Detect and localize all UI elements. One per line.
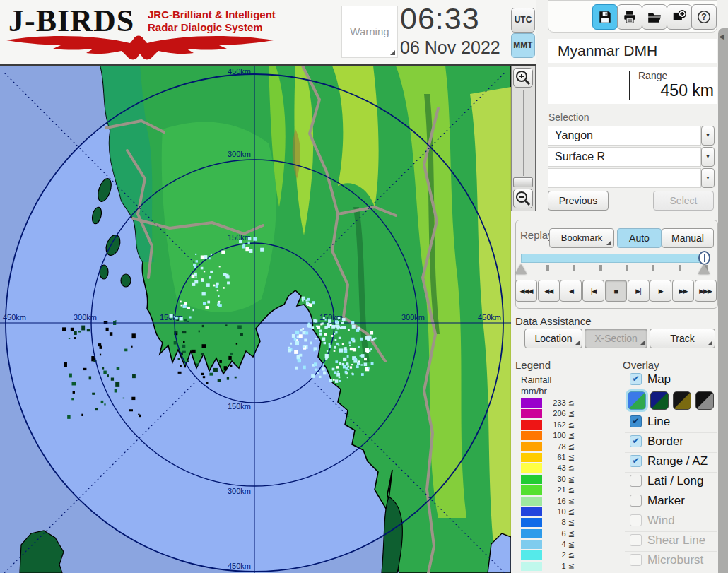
legend-value: 6 ≦: [544, 529, 575, 538]
legend-row: 100 ≦: [521, 430, 585, 441]
legend-row: 233 ≦: [521, 398, 585, 408]
playback-forward-button[interactable]: ▶▶: [672, 280, 694, 302]
legend-row: 6 ≦: [521, 528, 585, 539]
replay-slider-track[interactable]: [521, 254, 706, 263]
legend-scale: 233 ≦206 ≦162 ≦100 ≦78 ≦61 ≦43 ≦30 ≦21 ≦…: [521, 398, 585, 572]
panel-scroll-rail[interactable]: [718, 28, 728, 573]
overlay-label: Overlay: [623, 359, 659, 371]
legend-row: 4 ≦: [521, 539, 585, 550]
map-style-swatch-3[interactable]: [673, 391, 691, 410]
track-button[interactable]: Track: [650, 329, 715, 348]
playback-play-reverse-button[interactable]: ◀: [560, 280, 582, 302]
checkbox-line[interactable]: ✔: [630, 415, 642, 427]
add-image-button[interactable]: [667, 4, 692, 30]
overlay-item-lati-long[interactable]: Lati / Long: [625, 473, 718, 492]
playback-stop-button[interactable]: ■: [605, 280, 627, 302]
logo-tagline-1: JRC-Brilliant & Intelligent: [148, 8, 276, 20]
legend-color-swatch: [521, 507, 542, 516]
help-icon: ?: [696, 9, 712, 25]
jbirds-app-window: J-BIRDS JRC-Brilliant & Intelligent Rada…: [0, 0, 728, 573]
checkbox-map[interactable]: ✔: [630, 373, 642, 385]
checkbox-microburst[interactable]: [630, 554, 642, 566]
checkbox-border[interactable]: ✔: [630, 435, 642, 447]
legend-title-2: mm/hr: [521, 386, 547, 396]
replay-range-marker-start[interactable]: [515, 264, 527, 274]
legend-color-swatch: [521, 475, 542, 484]
playback-rewind-button[interactable]: ◀◀: [538, 280, 560, 302]
bookmark-button[interactable]: Bookmark: [549, 228, 614, 248]
playback-play-button[interactable]: ▶: [650, 280, 671, 302]
zoom-in-button[interactable]: [513, 68, 533, 88]
open-folder-button[interactable]: [642, 4, 667, 30]
overlay-item-microburst[interactable]: Microburst: [625, 552, 718, 571]
location-button[interactable]: Location: [524, 329, 582, 348]
playback-forward-fast-button[interactable]: ▶▶▶: [695, 280, 717, 302]
dropdown-site-arrow[interactable]: ▼: [701, 126, 715, 146]
playback-rewind-fast-button[interactable]: ◀◀◀: [515, 280, 537, 302]
overlay-item-marker[interactable]: Marker: [625, 492, 718, 512]
checkbox-marker[interactable]: [630, 495, 642, 507]
ring-label: 450km: [478, 313, 501, 321]
legend-value: 10 ≦: [544, 507, 575, 516]
print-button[interactable]: [617, 4, 642, 30]
manual-button[interactable]: Manual: [662, 228, 714, 248]
checkbox-range-az[interactable]: ✔: [630, 455, 642, 467]
save-button[interactable]: [592, 4, 618, 30]
zoom-out-button[interactable]: [513, 189, 533, 208]
legend-value: 4 ≦: [544, 540, 575, 549]
dropdown-option[interactable]: [548, 168, 701, 188]
help-button[interactable]: ?: [691, 4, 717, 30]
previous-button[interactable]: Previous: [548, 191, 609, 211]
overlay-item-map[interactable]: ✔Map: [625, 371, 718, 390]
playback-step-first-button[interactable]: |◀: [582, 280, 604, 302]
panel-collapse-arrow-icon[interactable]: ◀: [719, 33, 724, 40]
eagle-logo-icon: [4, 33, 277, 61]
zoom-slider-track[interactable]: [523, 90, 524, 176]
replay-slider-handle[interactable]: [698, 251, 710, 265]
legend-value: 61 ≦: [544, 453, 575, 462]
legend-row: 78 ≦: [521, 442, 585, 452]
map-top-border: [0, 64, 536, 66]
zoom-slider-handle[interactable]: [513, 177, 533, 187]
replay-tick: [546, 265, 549, 271]
select-button[interactable]: Select: [653, 191, 714, 211]
map-style-swatch-2[interactable]: [650, 391, 669, 410]
x-section-button[interactable]: X-Section: [585, 329, 647, 348]
overlay-item-label: Wind: [647, 514, 675, 528]
map-style-swatch-4[interactable]: [695, 391, 714, 410]
dropdown-option-arrow[interactable]: ▼: [701, 168, 715, 188]
radar-map[interactable]: 450km300km150km150km300km450km450km300km…: [0, 66, 511, 573]
overlay-item-label: Lati / Long: [647, 474, 703, 488]
legend-value: 8 ≦: [544, 518, 575, 527]
legend-row: 21 ≦: [521, 485, 585, 495]
dropdown-site[interactable]: Yangon: [548, 126, 701, 146]
overlay-item-range-az[interactable]: ✔Range / AZ: [625, 453, 718, 472]
overlay-item-border[interactable]: ✔Border: [625, 433, 718, 452]
clock-time: 06:33: [400, 1, 480, 36]
warning-button[interactable]: Warning: [341, 6, 398, 58]
terrain-central-plain: [162, 122, 276, 312]
logo-tagline-2: Radar Dialogic System: [148, 21, 263, 33]
dropdown-product-arrow[interactable]: ▼: [701, 147, 715, 167]
timezone-utc-button[interactable]: UTC: [511, 8, 535, 33]
legend-value: 78 ≦: [544, 442, 575, 451]
legend-color-swatch: [521, 497, 542, 506]
ring-label: 450km: [228, 562, 251, 570]
overlay-item-wind[interactable]: Wind: [625, 512, 718, 531]
legend-value: 100 ≦: [544, 431, 575, 440]
checkbox-lati-long[interactable]: [630, 475, 642, 487]
overlay-list: ✔Map✔Line✔Border✔Range / AZLati / LongMa…: [625, 371, 718, 571]
replay-range-marker-end[interactable]: [698, 264, 710, 274]
playback-step-last-button[interactable]: ▶|: [628, 280, 650, 302]
timezone-mmt-button[interactable]: MMT: [511, 33, 535, 58]
checkbox-wind[interactable]: [630, 514, 642, 526]
overlay-item-shear-line[interactable]: Shear Line: [625, 532, 718, 551]
legend-color-swatch: [521, 453, 542, 462]
overlay-item-line[interactable]: ✔Line: [625, 413, 718, 432]
legend-color-swatch: [521, 529, 542, 538]
auto-button[interactable]: Auto: [617, 228, 662, 248]
dropdown-product[interactable]: Surface R: [548, 147, 701, 167]
ring-label: 450km: [228, 67, 251, 76]
checkbox-shear-line[interactable]: [630, 534, 642, 546]
map-style-swatch-1[interactable]: [628, 391, 646, 410]
